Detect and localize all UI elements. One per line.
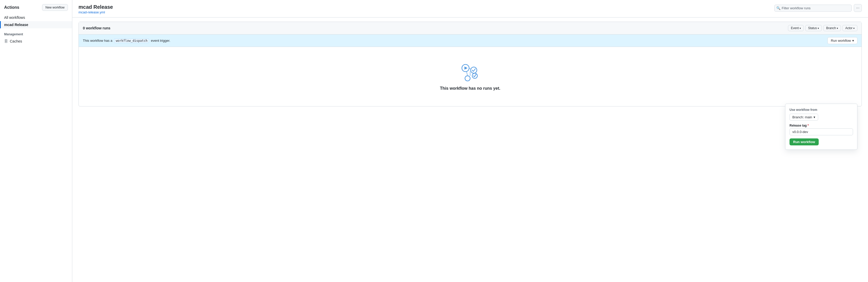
actor-filter-chevron: ▾ [853,27,855,30]
workflow-file-link[interactable]: mcad-release.yml [79,10,105,14]
runs-panel-header: 0 workflow runs Event ▾ Status ▾ Branch [79,22,862,35]
caches-icon: 🗄 [4,39,8,43]
content-area: 0 workflow runs Event ▾ Status ▾ Branch [72,17,868,282]
sidebar-item-label: All workflows [4,15,25,20]
workflow-icon-wrapper [85,62,855,83]
sidebar-item-caches[interactable]: 🗄 Caches [0,38,72,45]
runs-panel: 0 workflow runs Event ▾ Status ▾ Branch [79,22,862,106]
dispatch-banner: This workflow has a workflow_dispatch ev… [79,35,862,47]
page-title: mcad Release [79,4,113,10]
event-filter-chevron: ▾ [800,27,801,30]
new-workflow-button[interactable]: New workflow [42,4,68,11]
search-input[interactable] [774,5,852,11]
branch-select-label: Branch: main [793,115,812,119]
runs-count: 0 workflow runs [83,26,111,30]
required-star: * [808,124,809,127]
run-workflow-submit-button[interactable]: Run workflow [789,138,819,145]
management-nav: 🗄 Caches [0,38,72,45]
sidebar-item-mcad-release[interactable]: mcad Release [0,21,72,28]
branch-filter-button[interactable]: Branch ▾ [823,25,841,31]
status-filter-button[interactable]: Status ▾ [805,25,822,31]
dispatch-text-suffix: event trigger. [151,39,170,42]
page-header-right: 🔍 ··· [774,4,862,12]
sidebar: Actions New workflow All workflows mcad … [0,0,72,282]
branch-filter-label: Branch [826,26,836,30]
svg-line-9 [467,72,468,76]
svg-marker-1 [464,67,468,70]
release-tag-input[interactable] [789,128,853,135]
sidebar-nav: All workflows mcad Release [0,14,72,28]
event-filter-label: Event [791,26,799,30]
dispatch-text-prefix: This workflow has a [83,39,112,42]
search-icon: 🔍 [776,6,780,10]
main-content: mcad Release mcad-release.yml 🔍 ··· 0 wo… [72,0,868,282]
filter-buttons: Event ▾ Status ▾ Branch ▾ Actor [788,25,858,31]
run-workflow-button[interactable]: Run workflow ▾ [828,37,858,44]
dispatch-code: workflow_dispatch [114,38,149,43]
use-from-label: Use workflow from [789,108,853,112]
status-filter-chevron: ▾ [818,27,819,30]
search-wrapper: 🔍 [774,5,852,11]
branch-filter-chevron: ▾ [837,27,838,30]
sidebar-item-all-workflows[interactable]: All workflows [0,14,72,21]
actor-filter-button[interactable]: Actor ▾ [842,25,858,31]
run-workflow-popup: Use workflow from Branch: main ▾ Release… [785,104,858,150]
page-header: mcad Release mcad-release.yml 🔍 ··· [72,0,868,17]
management-section-label: Management [0,28,72,38]
sidebar-item-label: mcad Release [4,23,28,27]
more-options-button[interactable]: ··· [854,4,862,12]
release-tag-label: Release tag * [789,124,853,127]
empty-state: This workflow has no runs yet. [79,47,862,106]
svg-point-2 [471,67,477,73]
dispatch-text: This workflow has a workflow_dispatch ev… [83,39,170,42]
sidebar-title: Actions [4,5,19,10]
run-workflow-button-label: Run workflow [831,39,851,42]
status-filter-label: Status [808,26,817,30]
actor-filter-label: Actor [845,26,852,30]
empty-state-title: This workflow has no runs yet. [85,86,855,91]
workflow-empty-icon [460,62,480,83]
page-header-left: mcad Release mcad-release.yml [79,4,113,14]
event-filter-button[interactable]: Event ▾ [788,25,804,31]
svg-point-4 [465,76,470,81]
branch-chevron: ▾ [813,115,815,119]
sidebar-item-label: Caches [10,39,22,43]
branch-select[interactable]: Branch: main ▾ [789,114,818,120]
run-workflow-chevron: ▾ [852,39,854,42]
